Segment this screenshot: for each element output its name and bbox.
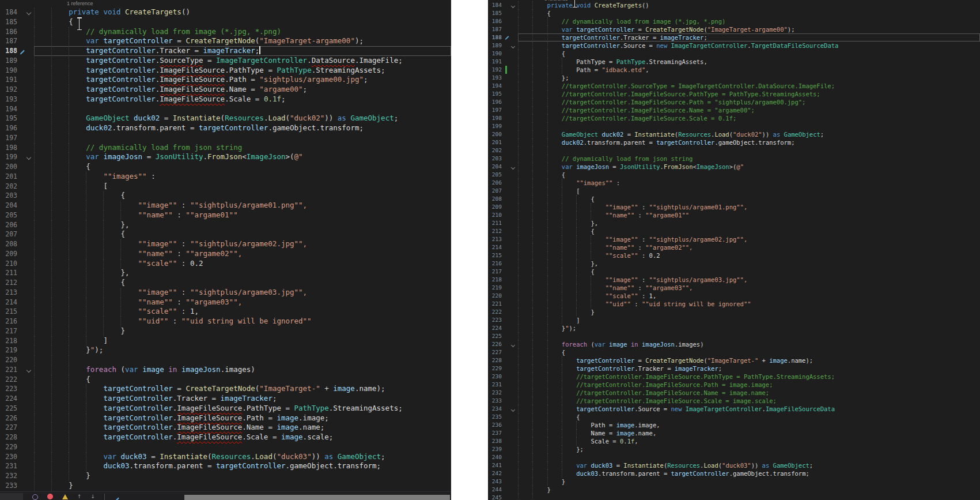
- gutter-margin[interactable]: [20, 210, 25, 220]
- fold-margin[interactable]: [25, 433, 34, 442]
- fold-margin[interactable]: [25, 471, 34, 481]
- edit-pencil-icon[interactable]: [114, 494, 119, 500]
- gutter-margin[interactable]: [20, 326, 25, 336]
- gutter-margin[interactable]: [20, 66, 25, 76]
- gutter-margin[interactable]: [505, 17, 510, 25]
- code-text[interactable]: ""scale"" : 0.2: [34, 259, 451, 269]
- fold-margin[interactable]: [510, 478, 518, 486]
- code-text[interactable]: duck02.transform.parent = targetControll…: [518, 138, 980, 146]
- fold-margin[interactable]: [25, 442, 34, 452]
- fold-margin[interactable]: [510, 308, 518, 316]
- line-number[interactable]: 229: [0, 442, 20, 452]
- code-text[interactable]: targetController.ImageFileSource.Name = …: [34, 85, 451, 95]
- line-number[interactable]: 186: [488, 17, 505, 25]
- fold-margin[interactable]: [25, 452, 34, 462]
- gutter-margin[interactable]: [20, 191, 25, 201]
- code-text[interactable]: }");: [34, 345, 451, 355]
- gutter-margin[interactable]: [20, 230, 25, 239]
- code-text[interactable]: var targetController = CreateTargetNode(…: [518, 25, 980, 33]
- code-text[interactable]: ""name"" : ""argame02"",: [34, 249, 451, 259]
- fold-margin[interactable]: [510, 340, 518, 348]
- line-number[interactable]: 185: [488, 9, 505, 17]
- gutter-margin[interactable]: [505, 284, 510, 292]
- gutter-margin[interactable]: [505, 243, 510, 251]
- fold-margin[interactable]: [25, 17, 34, 27]
- fold-margin[interactable]: [25, 123, 34, 133]
- fold-margin[interactable]: [510, 187, 518, 195]
- line-number[interactable]: 200: [0, 162, 20, 172]
- gutter-margin[interactable]: [505, 316, 510, 324]
- line-number[interactable]: 189: [0, 56, 20, 66]
- gutter-margin[interactable]: [20, 46, 25, 56]
- fold-margin[interactable]: [510, 74, 518, 82]
- gutter-margin[interactable]: [20, 423, 25, 433]
- fold-margin[interactable]: [25, 27, 34, 37]
- line-number[interactable]: 231: [0, 461, 20, 471]
- code-text[interactable]: //targetController.ImageFileSource.PathT…: [518, 90, 980, 98]
- gutter-margin[interactable]: [505, 163, 510, 171]
- line-number[interactable]: 236: [488, 421, 505, 429]
- code-text[interactable]: [518, 332, 980, 340]
- code-text[interactable]: // dynamically load from image (*.jpg, *…: [34, 27, 451, 37]
- gutter-margin[interactable]: [505, 494, 510, 500]
- line-number[interactable]: 192: [0, 85, 20, 95]
- code-text[interactable]: [34, 133, 451, 143]
- code-text[interactable]: {: [34, 230, 451, 239]
- fold-margin[interactable]: [510, 179, 518, 187]
- fold-margin[interactable]: [25, 75, 34, 85]
- fold-margin[interactable]: [510, 453, 518, 461]
- gutter-margin[interactable]: [505, 340, 510, 348]
- fold-margin[interactable]: [510, 486, 518, 494]
- code-text[interactable]: ]: [518, 316, 980, 324]
- line-number[interactable]: 201: [488, 138, 505, 146]
- gutter-margin[interactable]: [20, 413, 25, 423]
- gutter-margin[interactable]: [20, 75, 25, 85]
- gutter-margin[interactable]: [505, 195, 510, 203]
- fold-margin[interactable]: [510, 138, 518, 146]
- gutter-margin[interactable]: [505, 82, 510, 90]
- code-text[interactable]: ""name"" : ""argame02"",: [518, 243, 980, 251]
- gutter-margin[interactable]: [505, 90, 510, 98]
- code-text[interactable]: }: [34, 471, 451, 481]
- fold-margin[interactable]: [510, 397, 518, 405]
- gutter-margin[interactable]: [20, 114, 25, 123]
- code-text[interactable]: ""image"" : ""sightplus/argame01.png"",: [34, 201, 451, 210]
- gutter-margin[interactable]: [20, 95, 25, 104]
- line-number[interactable]: 200: [488, 130, 505, 138]
- fold-margin[interactable]: [25, 172, 34, 182]
- line-number[interactable]: 221: [0, 365, 20, 375]
- gutter-margin[interactable]: [20, 317, 25, 326]
- code-text[interactable]: ""name"" : ""argame01"": [518, 211, 980, 219]
- gutter-margin[interactable]: [505, 381, 510, 389]
- fold-margin[interactable]: [510, 316, 518, 324]
- gutter-margin[interactable]: [20, 249, 25, 259]
- gutter-margin[interactable]: [505, 203, 510, 211]
- code-text[interactable]: //targetController.ImageFileSource.Path …: [518, 98, 980, 106]
- line-number[interactable]: 195: [0, 114, 20, 123]
- line-number[interactable]: 195: [488, 90, 505, 98]
- gutter-margin[interactable]: [505, 58, 510, 66]
- gutter-margin[interactable]: [505, 179, 510, 187]
- code-text[interactable]: }");: [518, 324, 980, 332]
- code-text[interactable]: foreach (var image in imageJosn.images): [34, 365, 451, 375]
- line-number[interactable]: 233: [0, 481, 20, 491]
- line-number[interactable]: 201: [0, 172, 20, 182]
- code-text[interactable]: ""image"" : ""sightplus/argame03.jpg"",: [518, 276, 980, 284]
- fold-margin[interactable]: [510, 421, 518, 429]
- code-text[interactable]: {: [518, 195, 980, 203]
- fold-margin[interactable]: [510, 146, 518, 155]
- gutter-margin[interactable]: [505, 122, 510, 130]
- fold-margin[interactable]: [25, 114, 34, 123]
- gutter-margin[interactable]: [20, 133, 25, 143]
- gutter-margin[interactable]: [505, 25, 510, 33]
- code-text[interactable]: },: [518, 260, 980, 268]
- line-number[interactable]: 211: [488, 219, 505, 227]
- gutter-margin[interactable]: [505, 211, 510, 219]
- fold-margin[interactable]: [25, 230, 34, 239]
- line-number[interactable]: 189: [488, 42, 505, 50]
- line-number[interactable]: 196: [0, 123, 20, 133]
- gutter-margin[interactable]: [505, 9, 510, 17]
- gutter-margin[interactable]: [20, 452, 25, 462]
- gutter-margin[interactable]: [505, 308, 510, 316]
- line-number[interactable]: 234: [488, 405, 505, 413]
